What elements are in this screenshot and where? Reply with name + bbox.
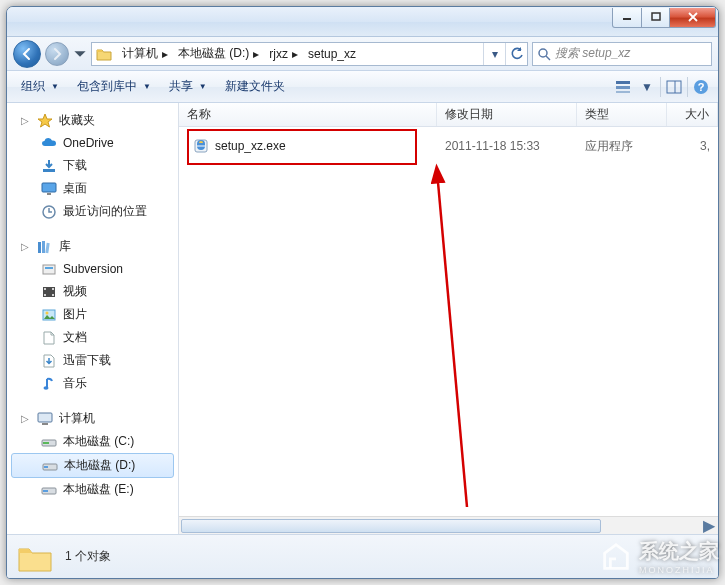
svg-rect-12 [43, 169, 55, 172]
picture-icon [41, 307, 57, 323]
explorer-body: ▷ 收藏夹 OneDrive 下载 桌面 最近访问的位置 ▷ 库 Subvers… [7, 103, 718, 534]
sidebar-item-pictures[interactable]: 图片 [7, 303, 178, 326]
file-date: 2011-11-18 15:33 [437, 139, 577, 153]
svg-rect-14 [47, 193, 51, 195]
sidebar-item-label: 图片 [63, 306, 87, 323]
column-header-type[interactable]: 类型 [577, 103, 667, 126]
svg-rect-16 [38, 242, 41, 253]
svg-point-23 [44, 294, 46, 296]
refresh-button[interactable] [505, 43, 527, 65]
svg-rect-5 [616, 81, 630, 84]
sidebar-item-onedrive[interactable]: OneDrive [7, 132, 178, 154]
address-dropdown[interactable]: ▾ [483, 43, 505, 65]
sidebar-item-label: OneDrive [63, 136, 114, 150]
svg-rect-19 [43, 265, 55, 274]
chevron-down-icon: ▼ [199, 82, 207, 91]
music-icon [41, 376, 57, 392]
preview-pane-button[interactable] [663, 76, 685, 98]
sidebar-item-label: 本地磁盘 (C:) [63, 433, 134, 450]
breadcrumb-segment[interactable]: 计算机▸ [116, 43, 172, 65]
scrollbar-thumb[interactable] [181, 519, 601, 533]
recent-icon [41, 204, 57, 220]
file-row[interactable]: setup_xz.exe 2011-11-18 15:33 应用程序 3, [179, 135, 718, 157]
sidebar-item-label: 本地磁盘 (E:) [63, 481, 134, 498]
sidebar-header-computer[interactable]: ▷ 计算机 [7, 407, 178, 430]
sidebar-header-libraries[interactable]: ▷ 库 [7, 235, 178, 258]
column-header-name[interactable]: 名称 [179, 103, 437, 126]
new-folder-label: 新建文件夹 [225, 78, 285, 95]
sidebar-item-recent[interactable]: 最近访问的位置 [7, 200, 178, 223]
file-list[interactable]: setup_xz.exe 2011-11-18 15:33 应用程序 3, [179, 127, 718, 516]
toolbar-right: ▼ ? [612, 76, 712, 98]
breadcrumb-segment[interactable]: rjxz▸ [263, 43, 302, 65]
view-options-dropdown[interactable]: ▼ [636, 76, 658, 98]
separator [660, 77, 661, 97]
svg-rect-0 [623, 18, 631, 20]
sidebar-item-label: 文档 [63, 329, 87, 346]
forward-button[interactable] [45, 42, 69, 66]
sidebar-item-downloads[interactable]: 下载 [7, 154, 178, 177]
download-icon [41, 353, 57, 369]
sidebar-item-label: 视频 [63, 283, 87, 300]
sidebar-item-documents[interactable]: 文档 [7, 326, 178, 349]
explorer-window: 计算机▸ 本地磁盘 (D:)▸ rjxz▸ setup_xz ▾ 搜索 setu… [6, 6, 719, 579]
drive-icon [41, 482, 57, 498]
search-placeholder: 搜索 setup_xz [555, 45, 630, 62]
chevron-right-icon: ▸ [162, 47, 168, 61]
title-bar [7, 7, 718, 37]
breadcrumb-label: rjxz [269, 47, 288, 61]
search-box[interactable]: 搜索 setup_xz [532, 42, 712, 66]
sidebar-header-favorites[interactable]: ▷ 收藏夹 [7, 109, 178, 132]
drive-icon [42, 458, 58, 474]
command-bar: 组织▼ 包含到库中▼ 共享▼ 新建文件夹 ▼ ? [7, 71, 718, 103]
column-headers: 名称 修改日期 类型 大小 [179, 103, 718, 127]
svg-rect-20 [45, 267, 53, 269]
window-controls [612, 8, 716, 28]
new-folder-button[interactable]: 新建文件夹 [217, 74, 293, 99]
svg-point-22 [44, 288, 46, 290]
scroll-right-button[interactable]: ▶ [700, 516, 718, 535]
sidebar-item-music[interactable]: 音乐 [7, 372, 178, 395]
minimize-button[interactable] [612, 8, 642, 28]
breadcrumb-segment[interactable]: setup_xz [302, 43, 360, 65]
breadcrumb-segment[interactable]: 本地磁盘 (D:)▸ [172, 43, 263, 65]
chevron-right-icon: ▸ [253, 47, 259, 61]
library-icon [37, 239, 53, 255]
column-header-size[interactable]: 大小 [667, 103, 718, 126]
search-icon [537, 47, 551, 61]
collapse-icon[interactable]: ▷ [19, 115, 31, 127]
share-button[interactable]: 共享▼ [161, 74, 215, 99]
column-header-date[interactable]: 修改日期 [437, 103, 577, 126]
svg-rect-7 [616, 91, 630, 93]
sidebar-group-favorites: ▷ 收藏夹 OneDrive 下载 桌面 最近访问的位置 [7, 109, 178, 223]
sidebar-item-drive-e[interactable]: 本地磁盘 (E:) [7, 478, 178, 501]
history-dropdown[interactable] [73, 43, 87, 65]
sidebar-item-label: 迅雷下载 [63, 352, 111, 369]
file-type: 应用程序 [577, 138, 667, 155]
horizontal-scrollbar[interactable]: ▶ [179, 516, 718, 534]
status-text: 1 个对象 [65, 548, 111, 565]
collapse-icon[interactable]: ▷ [19, 413, 31, 425]
help-button[interactable]: ? [690, 76, 712, 98]
breadcrumb-label: setup_xz [308, 47, 356, 61]
exe-icon [193, 138, 209, 154]
sidebar-item-drive-d[interactable]: 本地磁盘 (D:) [11, 453, 174, 478]
view-options-button[interactable] [612, 76, 634, 98]
maximize-button[interactable] [642, 8, 670, 28]
desktop-icon [41, 181, 57, 197]
sidebar-item-drive-c[interactable]: 本地磁盘 (C:) [7, 430, 178, 453]
folder-icon [17, 541, 53, 573]
file-name: setup_xz.exe [215, 139, 286, 153]
sidebar-item-videos[interactable]: 视频 [7, 280, 178, 303]
back-button[interactable] [13, 40, 41, 68]
close-button[interactable] [670, 8, 716, 28]
navigation-pane[interactable]: ▷ 收藏夹 OneDrive 下载 桌面 最近访问的位置 ▷ 库 Subvers… [7, 103, 179, 534]
sidebar-item-xunlei[interactable]: 迅雷下载 [7, 349, 178, 372]
address-bar[interactable]: 计算机▸ 本地磁盘 (D:)▸ rjxz▸ setup_xz ▾ [91, 42, 528, 66]
collapse-icon[interactable]: ▷ [19, 241, 31, 253]
status-bar: 1 个对象 [7, 534, 718, 578]
include-in-library-button[interactable]: 包含到库中▼ [69, 74, 159, 99]
sidebar-item-subversion[interactable]: Subversion [7, 258, 178, 280]
sidebar-item-desktop[interactable]: 桌面 [7, 177, 178, 200]
organize-button[interactable]: 组织▼ [13, 74, 67, 99]
